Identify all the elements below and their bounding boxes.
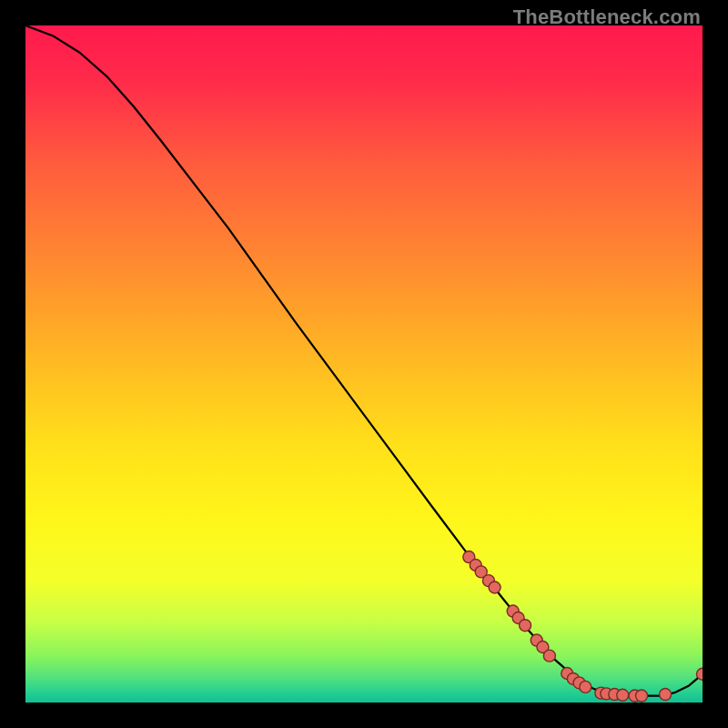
data-marker bbox=[543, 650, 555, 662]
chart-stage: TheBottleneck.com bbox=[0, 0, 728, 728]
data-marker bbox=[520, 620, 531, 632]
data-marker bbox=[617, 689, 629, 701]
data-marker bbox=[489, 581, 500, 593]
data-marker bbox=[636, 690, 648, 702]
data-markers bbox=[463, 551, 703, 703]
plot-area bbox=[25, 25, 703, 703]
data-marker bbox=[660, 689, 672, 701]
data-marker bbox=[697, 668, 703, 680]
curve-overlay bbox=[25, 25, 703, 703]
data-marker bbox=[580, 681, 592, 693]
main-curve bbox=[25, 25, 703, 696]
